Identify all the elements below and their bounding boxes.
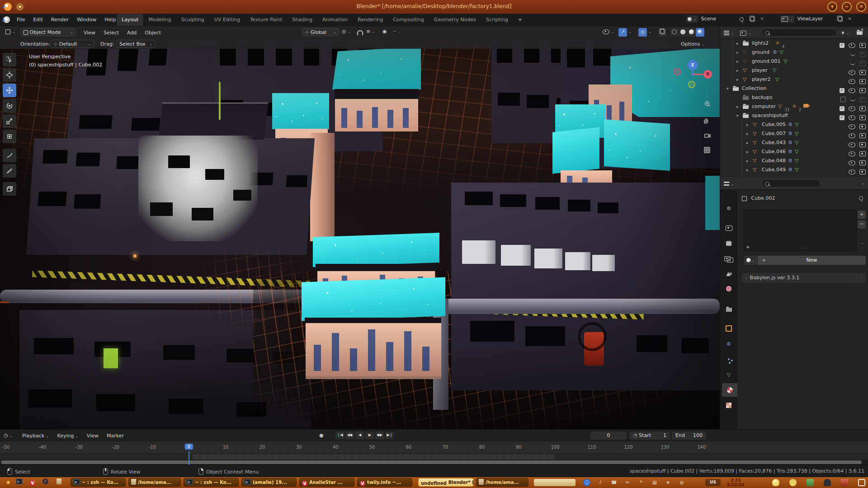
gizmo-neg-x-axis[interactable] bbox=[674, 68, 681, 75]
properties-editor-icon[interactable]: ⌄ bbox=[724, 181, 734, 187]
properties-search-input[interactable] bbox=[762, 179, 821, 188]
outliner-display-mode-icon[interactable]: ⌄ bbox=[740, 30, 751, 36]
expand-icon[interactable]: ▸ bbox=[746, 147, 749, 156]
outliner-item-label[interactable]: ground.001 bbox=[752, 57, 780, 66]
launcher-vivaldi-icon[interactable]: V bbox=[28, 479, 37, 487]
properties-tab-output[interactable] bbox=[720, 237, 737, 250]
timeline-scrollbar-thumb[interactable] bbox=[1, 460, 862, 464]
expand-icon[interactable]: ▸ bbox=[736, 39, 739, 48]
tab-sculpting[interactable]: Sculpting bbox=[176, 14, 209, 26]
viewlayer-name[interactable]: ViewLayer bbox=[797, 16, 823, 22]
outliner-row[interactable]: ▸▽Cube.007▽ bbox=[720, 129, 868, 138]
expand-icon[interactable]: ▸ bbox=[736, 48, 739, 57]
expand-icon[interactable]: ▸ bbox=[746, 120, 749, 129]
auto-key-chevron[interactable]: ⌄ bbox=[328, 432, 332, 438]
expand-icon[interactable]: ▸ bbox=[736, 66, 739, 75]
transform-tool-button[interactable] bbox=[3, 130, 16, 143]
blender-menu-icon[interactable] bbox=[3, 16, 10, 23]
camera-view-icon[interactable] bbox=[703, 131, 712, 141]
topbar-menu-edit[interactable]: Edit bbox=[29, 14, 47, 23]
tray-lamp-yellow-icon[interactable] bbox=[772, 479, 779, 486]
frame-end-field[interactable]: End100 bbox=[672, 432, 706, 440]
grip-dots-icon[interactable]: :::: bbox=[800, 246, 807, 250]
annotate-tool-button[interactable] bbox=[3, 149, 16, 162]
taskbar-window--zsh-ko-[interactable]: ~ : zsh — Ko... bbox=[184, 478, 239, 487]
timeline-menu-playback[interactable]: Playback ⌄ bbox=[18, 430, 53, 439]
babylon-panel[interactable]: ›Babylon.js ver 3.3.1 :::: bbox=[742, 273, 866, 283]
expand-icon[interactable]: ▾ bbox=[736, 111, 739, 120]
tray-display-icon[interactable]: ▤ bbox=[651, 479, 658, 486]
gizmo-z-axis[interactable]: Z bbox=[688, 60, 698, 70]
properties-options-chevron[interactable]: ⌄ bbox=[861, 181, 865, 185]
taskbar-window--home-ama-[interactable]: /home/ama... bbox=[476, 478, 528, 487]
tab-layout[interactable]: Layout bbox=[117, 14, 143, 26]
topbar-menu-window[interactable]: Window bbox=[73, 14, 100, 23]
editor-type-icon[interactable]: ⌄ bbox=[5, 28, 15, 34]
tray-moon-yellow-icon[interactable] bbox=[789, 479, 797, 486]
timeline-menu-marker[interactable]: Marker bbox=[103, 430, 128, 439]
timeline-track[interactable] bbox=[0, 454, 868, 460]
timeline-menu-view[interactable]: View bbox=[83, 430, 103, 439]
expand-icon[interactable]: ▸ bbox=[746, 129, 749, 138]
tray-can-red-icon[interactable] bbox=[841, 479, 848, 486]
browse-material-button[interactable]: ⌄ bbox=[744, 256, 757, 265]
tab-scripting[interactable]: Scripting bbox=[481, 14, 513, 26]
outliner-item-label[interactable]: backups bbox=[752, 93, 773, 102]
taskbar-window--amalie-19-[interactable]: (amalie) 19... bbox=[241, 478, 297, 487]
new-collection-icon[interactable]: + bbox=[857, 29, 863, 35]
pan-hand-icon[interactable] bbox=[701, 115, 711, 125]
gizmo-neg-y-axis[interactable] bbox=[688, 81, 695, 88]
taskbar-window--zsh-ko-[interactable]: ~ : zsh — Ko... bbox=[71, 478, 126, 487]
mode-dropdown[interactable]: Object Mode ⌄ bbox=[21, 28, 76, 36]
transport-jump-end-button[interactable]: ▶❘ bbox=[385, 432, 394, 439]
outliner-row[interactable]: ▸▽Cube.048▽ bbox=[720, 156, 868, 165]
transport-prev-key-button[interactable]: ◀◆ bbox=[345, 432, 354, 439]
tray-network-icon[interactable]: ◎ bbox=[678, 479, 685, 486]
tray-user-dark-icon[interactable] bbox=[824, 479, 831, 486]
show-gizmo-button[interactable]: ↗ bbox=[618, 28, 627, 37]
properties-tab-modifiers[interactable] bbox=[720, 337, 737, 351]
add-cube-tool-button[interactable] bbox=[3, 182, 16, 196]
expand-icon[interactable]: ▸ bbox=[736, 102, 739, 111]
drag-setting-dropdown[interactable]: Select Box⌄ bbox=[117, 40, 156, 48]
taskbar-window-twily-info-[interactable]: Vtwily.info ~... bbox=[357, 478, 412, 487]
outliner-row[interactable]: ▸▽player▽ bbox=[720, 66, 868, 75]
overlays-chevron-icon[interactable]: ⌄ bbox=[648, 28, 652, 34]
close-window-button[interactable]: ✕ bbox=[856, 2, 866, 12]
expand-icon[interactable]: ▸ bbox=[746, 156, 749, 165]
outliner-row[interactable]: ▸▽Cube.005▽ bbox=[720, 120, 868, 129]
outliner-row[interactable]: backups bbox=[720, 93, 868, 102]
properties-tab-particles[interactable] bbox=[720, 352, 737, 366]
xray-toggle-button[interactable] bbox=[658, 28, 667, 37]
outliner-row[interactable]: ▸▽ground▽ bbox=[720, 48, 868, 57]
expand-icon[interactable]: ▾ bbox=[726, 84, 729, 93]
transport-play-reverse-button[interactable]: ◀ bbox=[355, 432, 364, 439]
zoom-icon[interactable] bbox=[703, 99, 712, 109]
gizmo-x-axis[interactable]: X bbox=[703, 70, 712, 79]
properties-tab-scene[interactable] bbox=[720, 267, 737, 281]
outliner-row[interactable]: ▸▽Cube.043▽ bbox=[720, 138, 868, 147]
options-dropdown[interactable]: Options ⌄ bbox=[681, 41, 705, 47]
timeline-editor-icon[interactable]: ◷ ⌄ bbox=[4, 432, 13, 438]
shading-wireframe-button[interactable] bbox=[670, 28, 679, 37]
snap-magnet-icon[interactable] bbox=[357, 29, 363, 35]
shading-rendered-button[interactable] bbox=[696, 28, 704, 37]
shading-material-button[interactable] bbox=[687, 28, 696, 37]
outliner-item-label[interactable]: Cube.005 bbox=[762, 120, 786, 129]
taskbar-window-analiestar-[interactable]: VAnalieStar ... bbox=[299, 478, 354, 487]
show-overlays-button[interactable]: ◎ bbox=[638, 28, 647, 37]
shading-solid-button[interactable] bbox=[679, 28, 687, 37]
tray-can-green-icon[interactable] bbox=[807, 479, 814, 486]
rotate-tool-button[interactable] bbox=[3, 99, 16, 113]
properties-tab-data[interactable]: ▽ bbox=[720, 368, 737, 381]
move-tool-button[interactable] bbox=[3, 84, 16, 97]
outliner-row[interactable]: ▸▽ground.001▽ bbox=[720, 57, 868, 66]
outliner-item-label[interactable]: Cube.046 bbox=[762, 147, 786, 156]
properties-tab-viewlayer[interactable] bbox=[720, 252, 737, 265]
launcher-compass-icon[interactable] bbox=[41, 479, 50, 487]
outliner-item-label[interactable]: ground bbox=[752, 48, 769, 57]
viewport-menu-add[interactable]: Add bbox=[123, 27, 141, 36]
tab-compositing[interactable]: Compositing bbox=[388, 14, 429, 26]
transport-jump-start-button[interactable]: ❘◀ bbox=[335, 432, 344, 439]
new-material-button[interactable]: ＋New bbox=[758, 256, 866, 265]
